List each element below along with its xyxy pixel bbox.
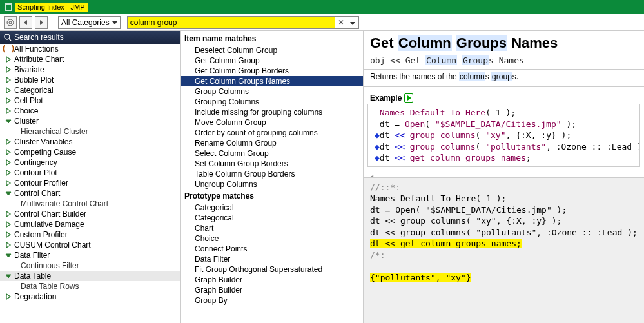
match-item[interactable]: Data Filter	[181, 254, 363, 264]
tree-item[interactable]: Categorical	[0, 85, 180, 95]
tree-item[interactable]: Data Table	[0, 271, 180, 281]
match-item[interactable]: Choice	[181, 233, 363, 244]
svg-point-2	[7, 19, 14, 26]
disclosure-icon[interactable]	[4, 117, 13, 126]
tree-item[interactable]: Data Filter	[0, 250, 180, 260]
tree-child-item[interactable]: Data Table Rows	[0, 281, 180, 291]
doc-description: Returns the names of the columns groups.	[364, 69, 644, 87]
doc-syntax: obj << Get Column Groups Names	[364, 53, 644, 68]
disclosure-icon[interactable]	[4, 65, 13, 74]
tree-item[interactable]: Contour Plot	[0, 168, 180, 178]
disclosure-icon[interactable]	[4, 75, 13, 84]
disclosure-icon[interactable]	[4, 220, 13, 229]
match-item[interactable]: Grouping Columns	[181, 97, 363, 107]
match-item[interactable]: Move Column Group	[181, 117, 363, 128]
tree-item[interactable]: Choice	[0, 106, 180, 116]
disclosure-icon[interactable]	[4, 179, 13, 188]
output-panel: //::*: Names Default To Here( 1 ); dt = …	[364, 177, 644, 323]
tree-item[interactable]: CUSUM Control Chart	[0, 240, 180, 250]
tree-item[interactable]: Bivariate	[0, 64, 180, 75]
tree-item[interactable]: Cell Plot	[0, 95, 180, 106]
disclosure-icon[interactable]	[4, 251, 13, 260]
search-menu-button[interactable]	[347, 18, 358, 27]
match-item[interactable]: Set Column Group Borders	[181, 159, 363, 169]
search-field-wrap: ✕	[127, 16, 359, 29]
match-item[interactable]: Ungroup Columns	[181, 179, 363, 190]
tree-item[interactable]: Cluster Variables	[0, 137, 180, 147]
example-header: Example	[364, 91, 644, 104]
match-item[interactable]: Get Column Group	[181, 55, 363, 66]
match-item[interactable]: Table Column Group Borders	[181, 169, 363, 179]
tree-item[interactable]: Cluster	[0, 116, 180, 126]
doc-title: Get Column Groups Names	[370, 35, 638, 52]
tree-item[interactable]: Contour Profiler	[0, 178, 180, 188]
match-item[interactable]: Chart	[181, 223, 363, 233]
titlebar: Scripting Index - JMP	[0, 0, 644, 14]
tree-item[interactable]: Contingency	[0, 157, 180, 168]
forward-button[interactable]	[35, 16, 48, 29]
category-tree[interactable]: Search results ( )All FunctionsAttribute…	[0, 31, 181, 323]
tree-child-item[interactable]: Continuous Filter	[0, 260, 180, 271]
disclosure-icon[interactable]	[4, 271, 13, 280]
match-item[interactable]: Categorical	[181, 213, 363, 223]
disclosure-icon[interactable]	[4, 168, 13, 177]
match-item[interactable]: Graph Builder	[181, 275, 363, 285]
tree-item[interactable]: Competing Cause	[0, 147, 180, 157]
svg-line-5	[9, 39, 11, 41]
tree-item[interactable]: Degradation	[0, 291, 180, 302]
match-item[interactable]: Deselect Column Group	[181, 45, 363, 55]
match-item[interactable]: Graph Builder	[181, 285, 363, 295]
category-select[interactable]: All Categories	[58, 16, 121, 29]
match-item[interactable]: Fit Group Orthogonal Supersaturated	[181, 264, 363, 275]
tree-item[interactable]: Control Chart	[0, 188, 180, 199]
search-input[interactable]	[128, 17, 335, 28]
disclosure-icon[interactable]	[4, 106, 13, 115]
toolbar: All Categories ✕	[0, 14, 644, 31]
disclosure-icon[interactable]	[4, 148, 13, 157]
match-item[interactable]: Get Column Group Borders	[181, 66, 363, 76]
tree-item[interactable]: Attribute Chart	[0, 54, 180, 64]
match-item[interactable]: Rename Column Group	[181, 138, 363, 148]
home-button[interactable]	[4, 16, 17, 29]
app-icon	[4, 3, 13, 12]
prototype-matches-header: Prototype matches	[181, 190, 363, 202]
tree-child-item[interactable]: Hierarchical Cluster	[0, 126, 180, 137]
disclosure-icon[interactable]	[4, 86, 13, 95]
match-item[interactable]: Connect Points	[181, 244, 363, 254]
run-example-button[interactable]	[404, 93, 413, 103]
match-item[interactable]: Order by count of grouping columns	[181, 128, 363, 138]
disclosure-icon[interactable]	[4, 240, 13, 250]
disclosure-icon[interactable]	[4, 230, 13, 239]
match-item[interactable]: Get Column Groups Names	[181, 76, 363, 86]
search-icon	[4, 34, 12, 41]
tree-child-item[interactable]: Multivariate Control Chart	[0, 199, 180, 209]
tree-item[interactable]: Bubble Plot	[0, 75, 180, 85]
example-code[interactable]: Names Default To Here( 1 ); dt = Open( "…	[367, 104, 640, 167]
disclosure-icon[interactable]	[4, 189, 13, 198]
back-button[interactable]	[19, 16, 32, 29]
tree-item[interactable]: Custom Profiler	[0, 230, 180, 240]
disclosure-icon[interactable]	[4, 96, 13, 105]
disclosure-icon[interactable]	[4, 210, 13, 219]
tree-header: Search results	[0, 31, 180, 44]
match-item[interactable]: Group By	[181, 295, 363, 306]
match-item[interactable]: Group Columns	[181, 86, 363, 97]
doc-panel: Get Column Groups Names obj << Get Colum…	[364, 31, 644, 323]
clear-search-button[interactable]: ✕	[335, 18, 347, 27]
match-list[interactable]: Item name matches Deselect Column GroupG…	[181, 31, 364, 323]
match-item[interactable]: Categorical	[181, 202, 363, 213]
svg-point-4	[5, 34, 10, 39]
tree-item[interactable]: Cumulative Damage	[0, 219, 180, 230]
item-matches-header: Item name matches	[181, 32, 363, 45]
match-item[interactable]: Select Column Group	[181, 148, 363, 159]
disclosure-icon[interactable]	[4, 158, 13, 167]
tree-item[interactable]: Control Chart Builder	[0, 209, 180, 219]
disclosure-icon[interactable]	[4, 292, 13, 301]
disclosure-icon[interactable]	[4, 55, 13, 64]
window-title: Scripting Index - JMP	[15, 3, 88, 12]
disclosure-icon[interactable]	[4, 137, 13, 146]
match-item[interactable]: Include missing for grouping columns	[181, 107, 363, 117]
code-scrollbar[interactable]	[367, 171, 640, 177]
svg-rect-1	[6, 5, 11, 10]
tree-item[interactable]: ( )All Functions	[0, 44, 180, 54]
